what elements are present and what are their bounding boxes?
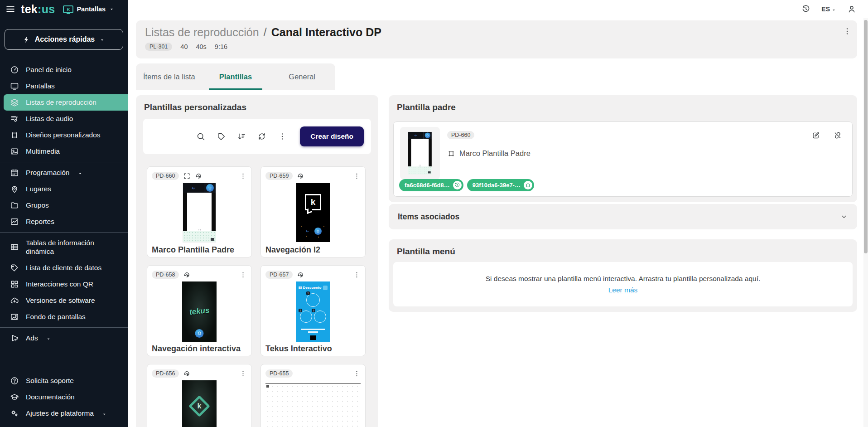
template-card[interactable]: PD-657El Descuento123Tekus Interactivo xyxy=(260,265,366,356)
gauge-icon xyxy=(10,65,19,74)
template-card[interactable]: PD-655 xyxy=(260,364,366,427)
sidebar-item-label: Interacciones con QR xyxy=(26,280,93,288)
template-card[interactable]: PD-660Marco Plantilla Padre xyxy=(147,166,252,257)
app-logo[interactable]: tek:us xyxy=(21,3,55,16)
playlist-id-badge: PL-301 xyxy=(145,43,172,51)
sidebar-item-label: Ajustes de plataforma xyxy=(26,409,94,417)
wallpaper-icon xyxy=(10,312,19,321)
chevron-down-icon xyxy=(46,335,51,341)
card-menu-button[interactable] xyxy=(353,370,361,378)
kebab-icon[interactable] xyxy=(278,132,287,141)
interactive-icon[interactable] xyxy=(297,271,304,279)
search-icon[interactable] xyxy=(196,132,205,141)
tab-templates[interactable]: Plantillas xyxy=(203,63,269,90)
template-thumbnail: k xyxy=(182,380,217,427)
card-menu-button[interactable] xyxy=(239,370,247,378)
sidebar-item[interactable]: Listas de audio xyxy=(0,111,128,127)
associated-items-accordion[interactable]: Items asociados xyxy=(389,204,857,229)
language-selector[interactable]: ES xyxy=(821,5,836,13)
sidebar-item[interactable]: Solicita soporte xyxy=(0,373,128,389)
tab-list-items[interactable]: Ítems de la lista xyxy=(136,63,203,90)
home-icon xyxy=(524,181,532,189)
scrollbar-thumb[interactable] xyxy=(864,20,868,253)
sidebar-item[interactable]: Programación xyxy=(0,165,128,181)
sidebar-item[interactable]: Pantallas xyxy=(0,78,128,94)
card-menu-button[interactable] xyxy=(239,172,247,180)
megaphone-icon xyxy=(10,334,19,343)
sidebar-item[interactable]: Tablas de información dinámica xyxy=(0,235,128,260)
sidebar-divider xyxy=(0,232,128,233)
interactive-icon[interactable] xyxy=(297,172,304,180)
card-menu-button[interactable] xyxy=(353,172,361,180)
template-id-badge: PD-658 xyxy=(152,271,179,279)
context-switcher-label: Pantallas xyxy=(77,5,106,13)
tab-general[interactable]: General xyxy=(269,63,335,90)
template-thumbnail-area: k xyxy=(265,183,361,242)
sidebar-divider xyxy=(0,162,128,162)
fullscreen-icon[interactable] xyxy=(183,172,191,180)
monitor-icon xyxy=(10,82,19,91)
template-title: Marco Plantilla Padre xyxy=(152,245,234,255)
breadcrumb-parent[interactable]: Listas de reproducción xyxy=(145,26,259,39)
sidebar-item-label: Fondo de pantallas xyxy=(26,312,86,321)
menu-template-dropzone[interactable]: Si deseas mostrar una plantilla menú int… xyxy=(393,262,853,306)
chevron-down-icon xyxy=(99,37,105,43)
parent-template-thumbnail xyxy=(400,127,440,180)
sidebar-item[interactable]: Lugares xyxy=(0,181,128,197)
context-switcher[interactable]: K Pantallas xyxy=(63,5,115,13)
unlink-icon[interactable] xyxy=(833,131,842,140)
template-card[interactable]: PD-658tekusNavegación interactiva xyxy=(147,265,252,356)
parent-template-id-badge: PD-660 xyxy=(447,131,474,139)
sidebar-item-label: Pantallas xyxy=(26,82,55,90)
card-menu-button[interactable] xyxy=(239,271,247,279)
sidebar-item[interactable]: Ads xyxy=(0,330,128,346)
sidebar-item[interactable]: Reportes xyxy=(0,214,128,230)
template-tag-pill[interactable]: 93f10da6-39e7-… xyxy=(467,179,534,191)
user-account-icon[interactable] xyxy=(847,5,856,14)
sidebar-item[interactable]: Lista de cliente de datos xyxy=(0,260,128,276)
help-icon xyxy=(10,376,19,385)
sidebar-item[interactable]: Grupos xyxy=(0,197,128,214)
create-design-button[interactable]: Crear diseño xyxy=(300,126,364,146)
sidebar-item-label: Multimedia xyxy=(26,147,60,155)
read-more-link[interactable]: Leer más xyxy=(608,286,638,294)
card-menu-button[interactable] xyxy=(353,271,361,279)
sort-icon[interactable] xyxy=(237,132,246,141)
frame-icon xyxy=(10,131,19,140)
tag-icon[interactable] xyxy=(217,132,226,141)
breadcrumb-separator: / xyxy=(264,25,267,39)
hamburger-menu-icon[interactable] xyxy=(5,4,15,14)
playlist-item-count: 40 xyxy=(180,43,188,50)
sync-icon[interactable] xyxy=(257,132,266,141)
interactive-icon[interactable] xyxy=(183,370,191,378)
sidebar-item[interactable]: Versiones de software xyxy=(0,292,128,309)
menu-template-description: Si deseas mostrar una plantilla menú int… xyxy=(486,275,761,283)
interactive-icon[interactable] xyxy=(195,172,203,180)
template-card[interactable]: PD-656k xyxy=(147,364,252,427)
sidebar-item-label: Panel de inicio xyxy=(26,65,72,74)
template-thumbnail: tekus xyxy=(182,281,217,342)
menu-template-title: Plantilla menú xyxy=(397,247,455,257)
sidebar-item[interactable]: Diseños personalizados xyxy=(0,127,128,143)
templates-toolbar: Crear diseño xyxy=(143,119,371,154)
sidebar-item[interactable]: Interacciones con QR xyxy=(0,276,128,292)
template-tag-pill[interactable]: fa6c68d6-f6d8… xyxy=(399,179,463,191)
audio-list-icon xyxy=(10,114,19,123)
template-card[interactable]: PD-659kNavegación I2 xyxy=(260,166,366,257)
quick-actions-button[interactable]: Acciones rápidas xyxy=(5,29,123,50)
sidebar-item[interactable]: Listas de reproducción xyxy=(4,94,128,111)
sidebar-item[interactable]: Ajustes de plataforma xyxy=(0,405,128,422)
sidebar-item[interactable]: Multimedia xyxy=(0,143,128,160)
page-menu-button[interactable] xyxy=(843,27,852,36)
template-thumbnail-area: tekus xyxy=(152,282,247,341)
edit-icon[interactable] xyxy=(811,131,820,140)
sidebar-item[interactable]: Fondo de pantallas xyxy=(0,309,128,325)
sidebar-item[interactable]: Documentación xyxy=(0,389,128,405)
history-icon[interactable] xyxy=(801,5,810,14)
template-id-badge: PD-656 xyxy=(152,369,179,378)
sidebar-item[interactable]: Panel de inicio xyxy=(0,62,128,78)
top-bar: tek:us K Pantallas ES xyxy=(0,0,868,18)
interactive-icon[interactable] xyxy=(183,271,191,279)
parent-template-actions xyxy=(811,131,842,140)
sidebar-item-label: Reportes xyxy=(26,217,54,226)
